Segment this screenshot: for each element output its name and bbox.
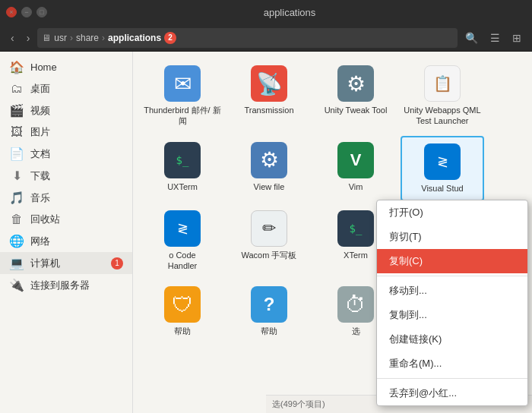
- sidebar-item-picture[interactable]: 🖼 图片: [0, 121, 132, 143]
- wacom-app-icon: ✏: [251, 210, 287, 247]
- search-button[interactable]: 🔍: [461, 29, 483, 47]
- sidebar-label-doc: 文档: [30, 147, 50, 161]
- breadcrumb-usr[interactable]: usr: [54, 33, 67, 43]
- uxterm-label: UXTerm: [167, 181, 198, 192]
- context-menu-open[interactable]: 打开(O): [377, 200, 527, 225]
- context-menu-rename[interactable]: 重命名(M)...: [377, 352, 527, 376]
- viewfile-icon: ⚙: [251, 142, 287, 178]
- breadcrumb-share[interactable]: share: [76, 33, 99, 43]
- breadcrumb-sep2: ›: [102, 33, 105, 43]
- context-menu: 打开(O) 剪切(T) 复制(C) 移动到... 复制到... 创建链接(K) …: [376, 200, 528, 406]
- sidebar-item-server[interactable]: 🔌 连接到服务器: [0, 274, 132, 296]
- trash-icon: 🗑: [9, 213, 24, 226]
- backup-app-icon: ⏱: [337, 286, 374, 323]
- security-label: 帮助: [174, 326, 191, 336]
- sidebar-item-trash[interactable]: 🗑 回收站: [0, 209, 132, 230]
- picture-icon: 🖼: [9, 125, 24, 139]
- window-controls[interactable]: × − □: [6, 7, 47, 17]
- file-item-transmission[interactable]: 📡 Transmission: [227, 59, 311, 133]
- minimize-button[interactable]: −: [21, 7, 32, 17]
- security-icon: 🛡: [164, 286, 201, 323]
- wacom-icon: ✏: [251, 210, 287, 247]
- unity-webapps-icon: 📋: [424, 65, 461, 102]
- sidebar-label-video: 视频: [30, 104, 50, 118]
- sidebar-item-home[interactable]: 🏠 Home: [0, 56, 132, 78]
- context-menu-trash[interactable]: 丢弃到@小红...: [377, 381, 527, 405]
- vscode-handler-label: o CodeHandler: [168, 250, 198, 272]
- unitytweak-app-icon: ⚙: [337, 65, 374, 102]
- close-button[interactable]: ×: [6, 7, 17, 17]
- uxterm-icon: $_: [164, 142, 201, 178]
- vscode-handler-icon: ≷: [164, 210, 201, 247]
- breadcrumb-drive-icon: 🖥: [42, 33, 51, 43]
- context-menu-cut[interactable]: 剪切(T): [377, 225, 527, 249]
- breadcrumb[interactable]: 🖥 usr › share › applications 2: [37, 28, 458, 48]
- breadcrumb-applications[interactable]: applications: [108, 33, 161, 43]
- sidebar-item-download[interactable]: ⬇ 下载: [0, 165, 132, 187]
- home-icon: 🏠: [9, 60, 24, 74]
- breadcrumb-badge: 2: [164, 32, 176, 44]
- toolbar: ‹ › 🖥 usr › share › applications 2 🔍 ☰ ⊞: [0, 24, 532, 52]
- context-menu-move-label: 移动到...: [389, 284, 427, 298]
- file-item-vscode-handler[interactable]: ≷ o CodeHandler: [141, 204, 224, 278]
- file-item-vim[interactable]: V Vim: [314, 136, 397, 201]
- context-menu-copy[interactable]: 复制(C): [377, 249, 527, 273]
- statusbar-text: 选(499个项目): [272, 399, 325, 410]
- music-icon: 🎵: [9, 191, 24, 205]
- context-menu-link-label: 创建链接(K): [389, 333, 442, 346]
- back-button[interactable]: ‹: [6, 29, 19, 47]
- sidebar-item-doc[interactable]: 📄 文档: [0, 143, 132, 165]
- sidebar-label-home: Home: [30, 61, 57, 73]
- grid-view-button[interactable]: ⊞: [508, 29, 526, 47]
- file-item-uxterm[interactable]: $_ UXTerm: [141, 136, 224, 201]
- video-icon: 🎬: [9, 103, 24, 118]
- file-item-unity-webapps[interactable]: 📋 Unity Webapps QML Test Launcher: [401, 59, 484, 133]
- help-app-icon: ?: [251, 286, 287, 323]
- context-menu-trash-label: 丢弃到@小红...: [389, 386, 457, 400]
- help-label: 帮助: [261, 326, 277, 336]
- list-view-button[interactable]: ☰: [486, 29, 505, 47]
- vim-app-icon: V: [337, 142, 374, 178]
- sidebar-item-video[interactable]: 🎬 视频: [0, 99, 132, 121]
- download-icon: ⬇: [9, 169, 24, 183]
- breadcrumb-sep1: ›: [70, 33, 73, 43]
- transmission-app-icon: 📡: [251, 65, 287, 102]
- xterm-icon: $_: [337, 210, 374, 247]
- titlebar: × − □ applications: [0, 0, 532, 24]
- file-item-thunderbird[interactable]: ✉ Thunderbird 邮件/ 新闻: [141, 59, 224, 133]
- sidebar-item-music[interactable]: 🎵 音乐: [0, 187, 132, 209]
- file-item-wacom[interactable]: ✏ Wacom 手写板: [227, 204, 311, 278]
- sidebar-label-trash: 回收站: [30, 213, 60, 226]
- file-item-security[interactable]: 🛡 帮助: [141, 280, 224, 342]
- sidebar-item-computer[interactable]: 💻 计算机 1: [0, 252, 132, 274]
- file-item-help[interactable]: ? 帮助: [227, 280, 311, 342]
- unitytweak-icon: ⚙: [337, 65, 374, 102]
- maximize-button[interactable]: □: [36, 7, 47, 17]
- desktop-icon: 🗂: [9, 82, 24, 96]
- sidebar-item-desktop[interactable]: 🗂 桌面: [0, 78, 132, 99]
- unity-webapps-label: Unity Webapps QML Test Launcher: [404, 105, 481, 127]
- vscode-handler-app-icon: ≷: [164, 210, 201, 247]
- vim-icon: V: [337, 142, 374, 178]
- unity-webapps-app-icon: 📋: [424, 65, 461, 102]
- context-menu-rename-label: 重命名(M)...: [389, 357, 442, 370]
- sidebar-item-network[interactable]: 🌐 网络: [0, 230, 132, 252]
- forward-button[interactable]: ›: [22, 29, 35, 47]
- context-menu-copyto[interactable]: 复制到...: [377, 303, 527, 327]
- file-item-vscode[interactable]: ≷ Visual Stud: [401, 136, 484, 201]
- transmission-label: Transmission: [245, 105, 294, 115]
- context-menu-copy-label: 复制(C): [389, 254, 423, 268]
- doc-icon: 📄: [9, 147, 24, 161]
- toolbar-right: 🔍 ☰ ⊞: [461, 29, 526, 47]
- uxterm-app-icon: $_: [164, 142, 201, 178]
- context-menu-move[interactable]: 移动到...: [377, 279, 527, 303]
- file-item-viewfile[interactable]: ⚙ View file: [227, 136, 311, 201]
- server-icon: 🔌: [9, 278, 24, 292]
- context-menu-link[interactable]: 创建链接(K): [377, 327, 527, 352]
- sidebar-label-music: 音乐: [30, 191, 50, 205]
- context-menu-cut-label: 剪切(T): [389, 230, 422, 244]
- file-item-unitytweak[interactable]: ⚙ Unity Tweak Tool: [314, 59, 397, 133]
- thunderbird-icon: ✉: [164, 65, 201, 102]
- sidebar-label-desktop: 桌面: [30, 82, 50, 96]
- sidebar-label-network: 网络: [30, 235, 50, 248]
